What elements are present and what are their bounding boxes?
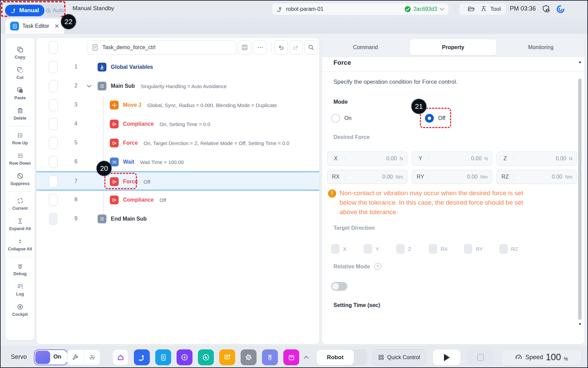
jog-app-button[interactable] <box>177 349 192 365</box>
scroll-down-arrow[interactable]: ▼ <box>578 322 582 326</box>
radio-on[interactable] <box>331 114 340 123</box>
tab-monitoring[interactable]: Monitoring <box>497 38 584 57</box>
save-task-button[interactable] <box>238 40 251 55</box>
help-icon[interactable]: ? <box>374 263 381 270</box>
force-input-y: Y 0.00 N <box>412 151 492 166</box>
task-row-2[interactable]: 2 Main Sub Singularity Handling = Auto A… <box>38 77 318 96</box>
collapse-all-button[interactable]: Collapse All <box>5 234 35 255</box>
row-checkbox[interactable] <box>49 176 58 188</box>
checkbox-ry <box>464 244 472 254</box>
quick-control-button[interactable]: Quick Control <box>372 349 426 366</box>
wrench-button[interactable] <box>67 350 84 365</box>
cockpit-button[interactable]: Cockpit <box>5 300 35 320</box>
auto-mode-button[interactable]: Auto <box>44 7 65 14</box>
speed-control[interactable]: Speed 100 % <box>501 349 582 366</box>
task-row-9[interactable]: 9 End Main Sub <box>38 209 318 228</box>
toolbar-divider <box>9 126 31 126</box>
task-row-6[interactable]: 6 Wait Wait Time = 100.00 <box>38 152 318 171</box>
monitoring-app-button[interactable] <box>198 349 214 365</box>
play-icon <box>444 354 450 361</box>
speedometer-icon <box>514 353 523 362</box>
expand-all-button[interactable]: Expand All <box>5 214 35 234</box>
task-name-field[interactable]: Task_demo_force_ctrl <box>87 40 236 55</box>
task-app-button[interactable] <box>155 349 171 365</box>
tab-task-editor[interactable]: Task Editor ✕ <box>5 19 64 34</box>
robot-app-button[interactable] <box>134 349 150 365</box>
checkbox-z <box>396 244 405 254</box>
store-app-button[interactable] <box>283 349 299 365</box>
tab-property[interactable]: Property <box>410 39 497 55</box>
row-checkbox[interactable] <box>49 118 58 130</box>
remote-app-button[interactable] <box>262 349 278 365</box>
panel-scrollbar[interactable] <box>578 79 582 320</box>
cut-button[interactable]: Cut <box>5 63 35 83</box>
row-checkbox[interactable] <box>49 137 58 149</box>
log-app-button[interactable] <box>219 349 235 365</box>
debug-button[interactable]: Debug <box>5 259 35 280</box>
sync-target-icon <box>88 354 96 361</box>
home-app-button[interactable] <box>113 349 128 365</box>
paste-button[interactable]: Paste <box>5 83 35 104</box>
settings-gear-icon <box>244 353 253 362</box>
servo-toggle[interactable]: On <box>34 349 68 365</box>
row-checkbox[interactable] <box>49 99 58 111</box>
play-button[interactable] <box>432 349 461 366</box>
global-variables-icon <box>98 63 106 71</box>
mode-on-option[interactable]: On <box>331 114 351 123</box>
stop-button <box>466 349 495 366</box>
redo-button[interactable] <box>289 40 303 55</box>
task-file-icon <box>92 44 98 51</box>
row-checkbox[interactable] <box>49 156 58 168</box>
log-button[interactable]: Log <box>5 280 35 300</box>
tab-close-icon[interactable]: ✕ <box>55 23 59 30</box>
manual-mode-button[interactable]: Manual <box>5 5 44 16</box>
search-button[interactable] <box>304 40 318 55</box>
delete-button[interactable]: Delete <box>5 104 35 124</box>
current-button[interactable]: Current <box>5 194 35 214</box>
row-up-icon <box>17 132 24 139</box>
suppress-button[interactable]: Suppress <box>5 169 35 189</box>
force-icon <box>110 139 119 147</box>
sync-pose-button[interactable] <box>84 350 100 365</box>
copy-button[interactable]: Copy <box>5 43 35 63</box>
top-bar: Manual Auto 22 Manual Standby robot-para… <box>1 1 587 18</box>
robot-mode-switch[interactable]: Robot <box>316 349 367 366</box>
topbar-divider <box>455 4 455 14</box>
row-up-button[interactable]: Row Up <box>5 128 35 149</box>
select-all-checkbox[interactable] <box>49 41 58 54</box>
settings-app-button[interactable] <box>241 349 257 365</box>
task-row-3[interactable]: 3 Move J Global, Sync, Radius = 0.000, B… <box>38 96 318 115</box>
row-checkbox[interactable] <box>49 194 58 206</box>
search-icon <box>308 44 315 51</box>
task-row-1[interactable]: 1 Global Variables <box>38 58 318 77</box>
robot-arm-icon <box>11 7 17 14</box>
undo-button[interactable] <box>274 40 288 55</box>
task-row-4[interactable]: 4 Compliance On, Setting Time = 0.0 <box>38 115 318 134</box>
scroll-up-arrow[interactable]: ▲ <box>578 60 582 64</box>
row-checkbox[interactable] <box>49 61 58 73</box>
tab-command[interactable]: Command <box>322 38 409 57</box>
safety-shield-icon[interactable] <box>542 4 551 14</box>
trash-icon <box>17 107 24 114</box>
chevron-down-icon[interactable] <box>440 8 444 11</box>
radio-on-label: On <box>344 115 351 121</box>
stop-icon <box>477 354 484 361</box>
task-row-5[interactable]: 5 Force On, Target Direction = Z, Relati… <box>38 134 318 152</box>
brand-swirl-icon[interactable] <box>556 4 565 14</box>
task-row-8[interactable]: 8 Compliance Off <box>38 190 318 209</box>
collapse-chevron-icon[interactable] <box>87 85 92 88</box>
main-sub-icon <box>98 82 106 90</box>
warning-text-line2: below the tolerance. In this case, the d… <box>340 199 523 206</box>
mode-toggle: Manual Auto <box>4 4 65 17</box>
dock-collapse-chevron[interactable] <box>304 354 309 360</box>
desired-force-label: Desired Force <box>333 134 370 140</box>
more-options-button[interactable] <box>254 40 267 55</box>
task-row-7-selected[interactable]: 7 Force Off <box>37 171 319 190</box>
tool-button[interactable]: Tool <box>474 3 506 15</box>
row-down-button[interactable]: Row Down <box>5 149 35 169</box>
auto-icon <box>45 8 51 14</box>
robot-param-selector[interactable]: robot-param-01 2ac693d3 <box>272 3 449 15</box>
warning-text-line3: above the tolerance. <box>340 208 398 216</box>
task-name-text: Task_demo_force_ctrl <box>102 44 156 50</box>
row-checkbox[interactable] <box>49 80 58 92</box>
